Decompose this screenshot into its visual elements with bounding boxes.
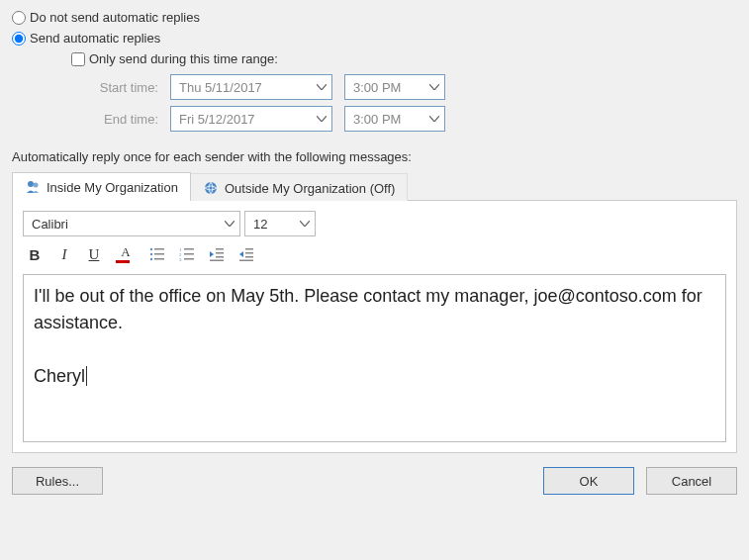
font-color-bar (116, 260, 130, 263)
tab-outside-org[interactable]: Outside My Organization (Off) (191, 173, 408, 202)
chevron-down-icon (293, 221, 315, 227)
decrease-indent-button[interactable] (205, 242, 229, 266)
user-group-icon (25, 179, 41, 195)
start-time-value: 3:00 PM (345, 80, 422, 95)
chevron-down-icon (422, 116, 444, 122)
ok-button[interactable]: OK (543, 467, 634, 495)
end-date-value: Fri 5/12/2017 (171, 112, 310, 127)
italic-button[interactable]: I (52, 242, 76, 266)
svg-point-1 (34, 183, 39, 188)
start-date-combo[interactable]: Thu 5/11/2017 (170, 74, 332, 100)
send-label: Send automatic replies (30, 31, 160, 46)
svg-rect-15 (216, 248, 224, 250)
start-time-combo[interactable]: 3:00 PM (344, 74, 445, 100)
tab-inside-org[interactable]: Inside My Organization (12, 172, 191, 201)
svg-rect-14 (184, 258, 194, 260)
svg-rect-21 (245, 256, 253, 258)
svg-rect-16 (216, 252, 224, 254)
chevron-down-icon (422, 84, 444, 90)
font-size-value: 12 (245, 217, 293, 232)
section-label: Automatically reply once for each sender… (12, 149, 737, 164)
svg-rect-22 (239, 260, 253, 262)
bold-button[interactable]: B (23, 242, 47, 266)
start-date-value: Thu 5/11/2017 (171, 80, 310, 95)
svg-rect-10 (184, 248, 194, 250)
font-color-letter: A (121, 244, 130, 260)
tab-outside-label: Outside My Organization (Off) (225, 181, 395, 196)
svg-rect-20 (245, 252, 253, 254)
increase-indent-button[interactable] (234, 242, 258, 266)
svg-rect-4 (154, 248, 164, 250)
numbered-list-button[interactable]: 123 (175, 242, 199, 266)
time-range-label: Only send during this time range: (89, 51, 278, 66)
svg-rect-12 (184, 253, 194, 255)
font-name-combo[interactable]: Calibri (23, 211, 240, 236)
bullet-list-button[interactable] (145, 242, 169, 266)
svg-text:3: 3 (179, 257, 182, 261)
rules-button[interactable]: Rules... (12, 467, 103, 495)
send-radio[interactable] (12, 32, 26, 46)
message-line: Cheryl (34, 363, 715, 390)
svg-rect-17 (216, 256, 224, 258)
font-color-button[interactable]: A (112, 242, 140, 266)
svg-rect-18 (210, 260, 224, 262)
end-date-combo[interactable]: Fri 5/12/2017 (170, 106, 332, 132)
tabs: Inside My Organization Outside My Organi… (12, 172, 737, 201)
no-send-radio[interactable] (12, 11, 26, 25)
end-time-value: 3:00 PM (345, 112, 422, 127)
cancel-button[interactable]: Cancel (646, 467, 737, 495)
font-size-combo[interactable]: 12 (244, 211, 316, 236)
start-time-label: Start time: (12, 80, 170, 95)
svg-point-0 (28, 181, 34, 187)
message-textarea[interactable]: I'll be out of the office on May 5th. Pl… (23, 274, 726, 442)
globe-icon (203, 180, 219, 196)
svg-point-3 (150, 248, 152, 250)
chevron-down-icon (310, 116, 331, 122)
svg-rect-8 (154, 258, 164, 260)
chevron-down-icon (310, 84, 331, 90)
editor-panel: Calibri 12 B I U A 123 (12, 201, 737, 453)
svg-point-2 (205, 182, 217, 194)
font-name-value: Calibri (24, 217, 218, 232)
svg-rect-19 (245, 248, 253, 250)
end-time-combo[interactable]: 3:00 PM (344, 106, 445, 132)
svg-point-5 (150, 253, 152, 255)
end-time-label: End time: (12, 112, 170, 127)
time-range-checkbox[interactable] (71, 52, 85, 66)
underline-button[interactable]: U (82, 242, 106, 266)
message-line (34, 336, 715, 363)
svg-rect-6 (154, 253, 164, 255)
no-send-label: Do not send automatic replies (30, 10, 200, 25)
tab-inside-label: Inside My Organization (47, 180, 178, 195)
svg-point-7 (150, 258, 152, 260)
chevron-down-icon (218, 221, 239, 227)
message-line: I'll be out of the office on May 5th. Pl… (34, 283, 715, 336)
